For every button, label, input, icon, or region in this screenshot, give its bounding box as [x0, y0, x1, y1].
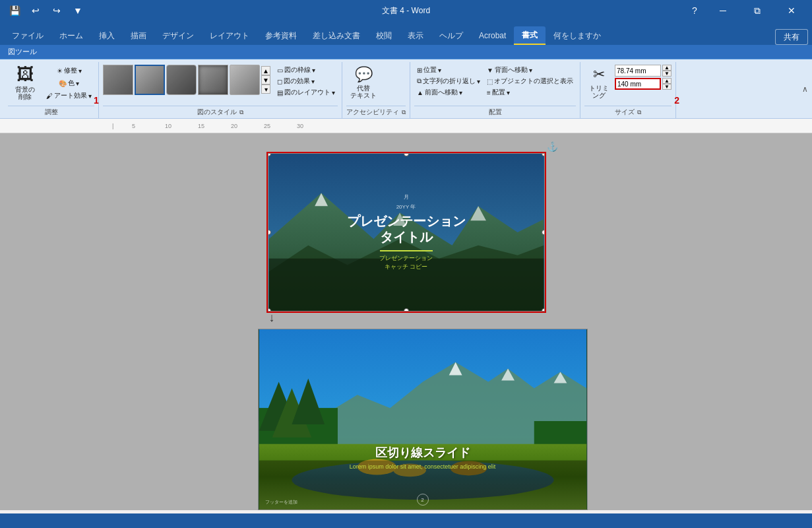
- width-spin: ▲ ▼: [662, 78, 671, 90]
- title-bar-right: ? ─ ⧉ ✕: [685, 0, 807, 21]
- status-bar: [0, 513, 812, 528]
- group-accessibility-text: アクセシビリティ: [346, 108, 399, 117]
- img-border-icon: ▭: [277, 67, 283, 74]
- handle-mr[interactable]: [542, 230, 545, 235]
- correction-icon: ☀: [57, 67, 63, 75]
- text-wrap-icon: ⧉: [417, 77, 422, 85]
- label-2: 2: [674, 95, 679, 106]
- gallery-down-button[interactable]: ▼: [261, 75, 270, 84]
- slide2-content: 区切り線スライド Lorem ipsum dolor sit amet, con…: [259, 445, 587, 470]
- height-input[interactable]: [615, 65, 661, 77]
- ribbon-collapse-button[interactable]: ∧: [802, 84, 808, 94]
- slide1[interactable]: 月 20YY 年 プレゼンテーションタイトル プレゼンテーション キャッチ コピ…: [268, 153, 545, 312]
- height-up-button[interactable]: ▲: [662, 65, 671, 71]
- img-layout-button[interactable]: ▤ 図のレイアウト ▾: [274, 87, 338, 98]
- trim-button[interactable]: ✂ トリミング: [584, 65, 613, 100]
- tab-home[interactable]: ホーム: [51, 26, 91, 45]
- select-objects-button[interactable]: ⬚ オブジェクトの選択と表示: [484, 76, 576, 86]
- ruler-mark1: 5: [132, 123, 135, 129]
- alt-text-button[interactable]: 💬 代替テキスト: [346, 65, 381, 100]
- tab-mailings[interactable]: 差し込み文書: [305, 26, 368, 45]
- share-button[interactable]: 共有: [775, 29, 808, 45]
- img-border-button[interactable]: ▭ 図の枠線 ▾: [274, 65, 338, 75]
- align-icon: ≡: [487, 89, 491, 96]
- select-objects-icon: ⬚: [487, 78, 493, 85]
- move-down-arrow: ↓: [269, 311, 275, 325]
- bring-forward-button[interactable]: ▲ 前面へ移動 ▾: [414, 87, 483, 98]
- text-wrap-button[interactable]: ⧉ 文字列の折り返し ▾: [414, 76, 483, 86]
- color-button[interactable]: 🎨 色 ▾: [44, 77, 94, 89]
- slide1-subtitle-line2: キャッチ コピー: [379, 263, 433, 271]
- width-input[interactable]: [615, 78, 661, 90]
- redo-button[interactable]: ↪: [47, 1, 66, 20]
- tab-acrobat[interactable]: Acrobat: [471, 26, 514, 45]
- slide2-background-svg: [259, 329, 587, 510]
- gallery-up-button[interactable]: ▲: [261, 66, 270, 75]
- group-accessibility-expand[interactable]: ⧉: [402, 109, 406, 116]
- width-up-button[interactable]: ▲: [662, 78, 671, 84]
- img-effect-icon: ◻: [277, 78, 282, 85]
- img-style-btns: ▭ 図の枠線 ▾ ◻ 図の効果 ▾ ▤ 図のレイアウト ▾: [274, 65, 338, 98]
- slide2-subtitle: Lorem ipsum dolor sit amet, consectetuer…: [259, 463, 587, 470]
- tab-review[interactable]: 校閲: [368, 26, 400, 45]
- tab-draw[interactable]: 描画: [123, 26, 154, 45]
- label-1: 1: [94, 95, 99, 106]
- img-style-thumb-2[interactable]: [135, 65, 165, 95]
- gallery-more-button[interactable]: ▾: [261, 84, 270, 94]
- tab-search[interactable]: 何をしますか: [546, 26, 609, 45]
- img-layout-icon: ▤: [277, 89, 283, 96]
- handle-bc[interactable]: [404, 308, 409, 312]
- bring-forward-arrow: ▾: [459, 89, 462, 96]
- gallery-scroll: ▲ ▼ ▾: [261, 66, 270, 94]
- img-effect-button[interactable]: ◻ 図の効果 ▾: [274, 76, 338, 86]
- undo-button[interactable]: ↩: [26, 1, 45, 20]
- tab-help[interactable]: ヘルプ: [431, 26, 471, 45]
- position-icon: ⊞: [417, 67, 422, 74]
- art-effect-arrow: ▾: [88, 92, 92, 100]
- img-style-thumb-3[interactable]: [166, 65, 197, 95]
- slide2[interactable]: 区切り線スライド Lorem ipsum dolor sit amet, con…: [258, 329, 588, 510]
- tab-insert[interactable]: 挿入: [91, 26, 123, 45]
- img-layout-label: 図のレイアウト: [284, 88, 330, 97]
- align-arrow: ▾: [507, 89, 510, 96]
- help-button[interactable]: ?: [685, 1, 704, 20]
- img-border-arrow: ▾: [312, 67, 315, 74]
- bring-forward-label: 前面へ移動: [425, 88, 458, 97]
- tab-file[interactable]: ファイル: [4, 26, 51, 45]
- close-button[interactable]: ✕: [776, 0, 807, 21]
- position-button[interactable]: ⊞ 位置 ▾: [414, 65, 483, 75]
- height-down-button[interactable]: ▼: [662, 71, 671, 77]
- minimize-button[interactable]: ─: [708, 0, 738, 21]
- group-accessibility-content: 💬 代替テキスト: [346, 62, 406, 106]
- img-style-thumb-5[interactable]: [230, 65, 260, 95]
- save-button[interactable]: 💾: [5, 1, 24, 20]
- tab-layout[interactable]: レイアウト: [202, 26, 257, 45]
- img-effect-arrow: ▾: [311, 78, 315, 85]
- img-style-gallery: ▲ ▼ ▾: [103, 65, 270, 95]
- img-style-thumb-4[interactable]: [198, 65, 228, 95]
- group-size-expand[interactable]: ⧉: [637, 109, 641, 116]
- width-down-button[interactable]: ▼: [662, 84, 671, 90]
- img-border-label: 図の枠線: [284, 65, 311, 75]
- tab-references[interactable]: 参考資料: [257, 26, 305, 45]
- ruler-mark2: 10: [165, 123, 172, 129]
- ruler-mark4: 20: [231, 123, 237, 129]
- send-back-arrow: ▾: [529, 67, 532, 74]
- tab-view[interactable]: 表示: [400, 26, 431, 45]
- slide1-subtitle: プレゼンテーション キャッチ コピー: [379, 254, 433, 271]
- customize-qat-button[interactable]: ▼: [69, 1, 87, 20]
- align-button[interactable]: ≡ 配置 ▾: [484, 87, 576, 98]
- send-back-label: 背面へ移動: [495, 65, 528, 75]
- art-effect-button[interactable]: 🖌 アート効果 ▾: [44, 90, 94, 102]
- img-style-thumb-1[interactable]: [103, 65, 133, 95]
- group-img-style-expand[interactable]: ⧉: [239, 109, 243, 116]
- size-inputs: ▲ ▼ ▲ ▼: [615, 65, 671, 90]
- remove-bg-button[interactable]: 🖼 背景の削除: [8, 65, 42, 99]
- correction-button[interactable]: ☀ 修整 ▾: [44, 65, 94, 77]
- send-back-button[interactable]: ▼ 背面へ移動 ▾: [484, 65, 576, 75]
- document-area[interactable]: ⚓: [0, 133, 812, 510]
- tab-design[interactable]: デザイン: [154, 26, 202, 45]
- restore-button[interactable]: ⧉: [742, 0, 772, 21]
- handle-br[interactable]: [542, 308, 545, 312]
- tab-format[interactable]: 書式: [514, 26, 546, 45]
